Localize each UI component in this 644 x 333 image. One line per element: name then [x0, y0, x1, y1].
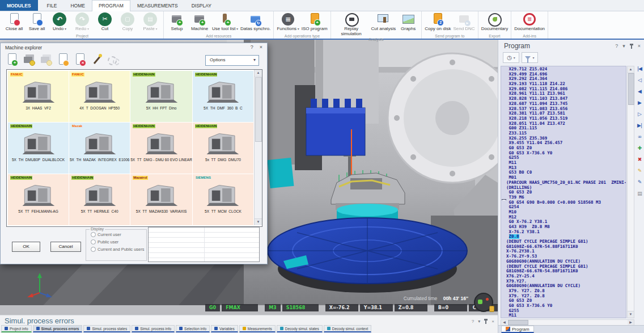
- bottom-tab[interactable]: Decody simul. context: [324, 325, 372, 332]
- ribbon-button[interactable]: ISO program: [300, 12, 329, 32]
- gcode-line[interactable]: G0G80G90(ANNULATION DU CYCLE): [501, 259, 626, 264]
- gcode-line[interactable]: Z33.115: [501, 131, 626, 136]
- play-forward-icon[interactable]: ▶: [638, 100, 641, 106]
- edit-highlight-icon[interactable]: ✎: [638, 168, 642, 174]
- machine-card[interactable]: HEIDENHAIN 5X_TH_DMU80P_DUALBLOCK: [8, 123, 69, 174]
- gcode-line[interactable]: G81G98Z-66.67R-54.88F16711K0: [501, 245, 626, 250]
- gcode-line[interactable]: X76.2Y-25.4: [501, 274, 626, 279]
- ribbon-button[interactable]: Cut analysis: [370, 12, 397, 32]
- gcode-line[interactable]: M13: [501, 166, 626, 171]
- gcode-line[interactable]: G254: [501, 205, 626, 210]
- ribbon-button[interactable]: Paste: [139, 12, 162, 32]
- gcode-line[interactable]: X79. Y27. Z0.8: [501, 289, 626, 294]
- scrollbar-thumb[interactable]: [255, 77, 262, 142]
- duplicate-machine-icon[interactable]: [39, 53, 53, 66]
- gcode-line[interactable]: G0 G53 Z0: [501, 190, 626, 195]
- gcode-line[interactable]: G43 H39 Z0.8 M8: [501, 225, 626, 230]
- gcode-line[interactable]: (PARCOUR HAAS_UMC750_20_01.NC PHASE 201 …: [501, 180, 626, 186]
- ribbon-button[interactable]: Functions: [276, 12, 300, 32]
- machine-card[interactable]: HEIDENHAIN 5X_TH_DMF_360_B_C: [193, 71, 253, 122]
- gcode-line[interactable]: M01: [501, 175, 626, 180]
- machine-card[interactable]: HEIDENHAIN 5x_TT_DMG_DMU70: [193, 123, 253, 174]
- settings-gears-icon[interactable]: [107, 53, 121, 66]
- gcode-line[interactable]: X26.255 Z35.369: [501, 136, 626, 141]
- machine-state-icon[interactable]: [474, 293, 493, 312]
- gcode-line[interactable]: G255: [501, 309, 626, 314]
- scroll-up-icon[interactable]: [628, 66, 634, 73]
- machine-card[interactable]: Mazak 5X_TH_MAZAK_INTEGREX_E1006: [69, 123, 130, 174]
- gcode-line[interactable]: X-76.2 Y38.1: [501, 230, 626, 235]
- machine-card[interactable]: FANUC 3X_HAAS_VF2: [8, 71, 69, 122]
- display-radio-option[interactable]: Current and Public users: [91, 247, 146, 252]
- machine-card[interactable]: HEIDENHAIN 5X_TT_FEHLMANN-AG: [8, 174, 69, 225]
- bottom-tab[interactable]: Measurements: [239, 325, 276, 332]
- gcode-line[interactable]: (DRILLING): [501, 186, 626, 191]
- save-program-icon[interactable]: ▤: [637, 191, 642, 197]
- ribbon-tab[interactable]: PROGRAM: [92, 0, 130, 11]
- scrollbar-thumb[interactable]: [628, 73, 634, 105]
- step-forward-icon[interactable]: ▷: [638, 111, 641, 117]
- filter-button[interactable]: ▾: [522, 52, 538, 63]
- gcode-line[interactable]: X79. Y27. Z0.8: [501, 294, 626, 299]
- remove-operation-icon[interactable]: ✖: [638, 157, 642, 163]
- gcode-line[interactable]: X29.193 Y11.118 Z14.22: [501, 82, 626, 87]
- ribbon-button[interactable]: Documentation: [513, 12, 546, 32]
- gcode-line[interactable]: G0 G53 X-736.6 Y0: [501, 151, 626, 156]
- close-icon[interactable]: ×: [260, 44, 262, 50]
- gcode-line[interactable]: G81G98Z-66.67R-54.88F16711K0: [501, 269, 626, 274]
- ribbon-tab[interactable]: DISPLAY: [185, 0, 218, 11]
- bottom-tab[interactable]: Simul. process errors: [33, 325, 83, 332]
- ribbon-button[interactable]: Datas synchro.: [239, 12, 272, 32]
- bottom-tab[interactable]: Simul. process info: [132, 325, 175, 332]
- step-backward-icon[interactable]: ◁: [638, 77, 641, 83]
- ribbon-tab[interactable]: FILE: [40, 0, 64, 11]
- bottom-tab[interactable]: Simul. process states: [83, 325, 130, 332]
- bottom-tab[interactable]: Decody simul. states: [277, 325, 323, 332]
- gcode-line[interactable]: X28.218 Y11.056 Z13.519: [501, 116, 626, 121]
- gcode-line[interactable]: X28.961 Y11.11 Z13.961: [501, 91, 626, 96]
- gcode-line[interactable]: M11: [501, 313, 626, 318]
- go-to-end-icon[interactable]: ▶|: [637, 123, 642, 129]
- machine-card[interactable]: SIEMENS 5X_TT_MCM_CLOCK: [193, 174, 253, 225]
- chevron-down-icon[interactable]: ▾: [622, 43, 625, 49]
- pin-icon[interactable]: [484, 318, 488, 324]
- gcode-line[interactable]: M11: [501, 161, 626, 166]
- gcode-line[interactable]: G0 G53 Z0: [501, 146, 626, 151]
- add-operation-icon[interactable]: ✚: [638, 145, 642, 151]
- help-icon[interactable]: ?: [615, 43, 618, 49]
- ok-button[interactable]: OK: [12, 242, 40, 252]
- gcode-line[interactable]: M10: [501, 210, 626, 215]
- display-radio-option[interactable]: Public user: [91, 239, 146, 245]
- scroll-left-icon[interactable]: [501, 320, 507, 325]
- gcode-line[interactable]: (DEBUT CYCLE PERCAGE SIMPLE G81): [501, 264, 626, 269]
- loop-simulation-icon[interactable]: ∞: [638, 134, 642, 140]
- gcode-line[interactable]: X28.828 Y11.103 Z13.847: [501, 96, 626, 102]
- gcode-line[interactable]: M12: [501, 215, 626, 220]
- machine-card[interactable]: FANUC 4X_T_DOOSAN_HP550: [69, 71, 130, 122]
- go-to-start-icon[interactable]: |◀: [637, 66, 642, 72]
- ribbon-button[interactable]: Machine: [188, 12, 211, 32]
- ribbon-button[interactable]: Use tool list: [211, 12, 239, 32]
- gcode-line[interactable]: T39 M6: [501, 195, 626, 200]
- scroll-right-icon[interactable]: [628, 320, 634, 325]
- gcode-line[interactable]: X28.051 Y11.04 Z13.472: [501, 121, 626, 127]
- ribbon-button[interactable]: Setup: [166, 12, 188, 32]
- gcode-line[interactable]: G00 Z31.115: [501, 126, 626, 131]
- ribbon-button[interactable]: Send DNC: [452, 12, 476, 32]
- gcode-line[interactable]: G0G80G90(ANNULATION DU CYCLE): [501, 284, 626, 289]
- ribbon-tab[interactable]: MODULES: [0, 0, 38, 11]
- machine-card[interactable]: HEIDENHAIN 5X_HH_FPT_Dino: [130, 71, 192, 122]
- close-icon[interactable]: ×: [638, 43, 641, 49]
- gcode-line[interactable]: X29.082 Y11.115 Z14.086: [501, 87, 626, 92]
- scroll-down-icon[interactable]: [628, 311, 634, 318]
- machine-card[interactable]: Mazatrol 5X_TT_MAZAK630_VARIAXIS: [130, 174, 192, 225]
- cancel-button[interactable]: Cancel: [50, 242, 81, 252]
- gcode-listing[interactable]: X29.712 Z15.024 X29.499 Z14.696 X29.292 …: [501, 66, 626, 318]
- time-filter-button[interactable]: ◷ ▾: [503, 52, 519, 63]
- close-icon[interactable]: ×: [492, 319, 494, 324]
- gcode-line[interactable]: G0 G54 G90 B+0.000 C+0.000 S18568 M3: [501, 200, 626, 205]
- gcode-line[interactable]: X28.381 Y11.07 Z13.581: [501, 111, 626, 116]
- ribbon-button[interactable]: Copy on disk: [423, 12, 452, 32]
- gcode-line[interactable]: X28.537 Y11.083 Z13.656: [501, 107, 626, 112]
- gcode-line[interactable]: X79.Y27.: [501, 279, 626, 284]
